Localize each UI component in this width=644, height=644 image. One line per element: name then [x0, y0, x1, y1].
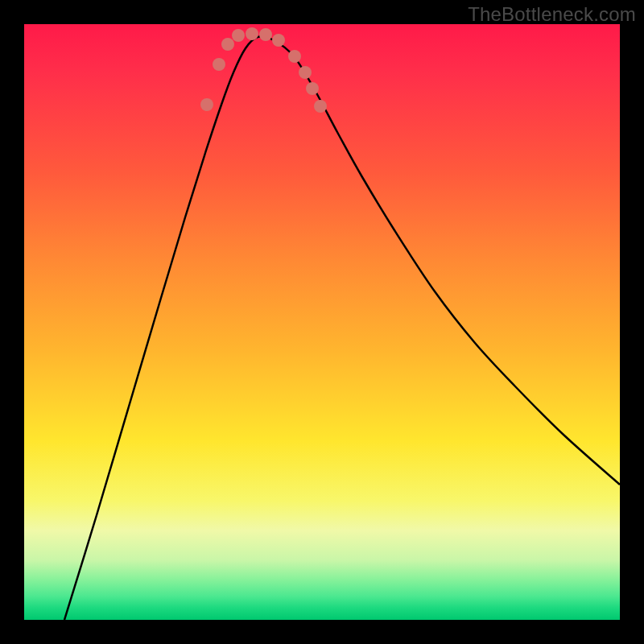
marker-dot [221, 38, 234, 51]
marker-dot [232, 29, 245, 42]
bottleneck-curve [64, 36, 620, 620]
watermark-text: TheBottleneck.com [468, 3, 636, 26]
marker-dot [213, 58, 225, 71]
curve-path [64, 36, 620, 620]
marker-dot [200, 98, 213, 111]
chart-svg [24, 24, 620, 620]
marker-dot [259, 28, 272, 41]
marker-dot [272, 34, 285, 47]
marker-dot [288, 50, 301, 63]
marker-dot [314, 100, 327, 113]
marker-dot [246, 27, 258, 40]
marker-dot [306, 82, 319, 95]
chart-frame [24, 24, 620, 620]
marker-dot [299, 66, 312, 79]
highlight-markers [200, 27, 327, 113]
